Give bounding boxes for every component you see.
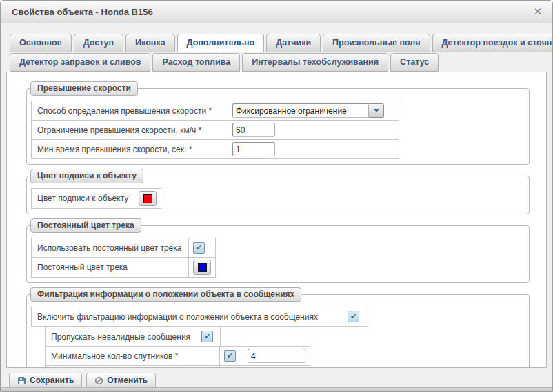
speed-limit-label: Ограничение превышения скорости, км/ч * xyxy=(32,121,228,140)
tab-icon[interactable]: Иконка xyxy=(125,34,174,52)
min-time-label: Мин.время превышения скорости, сек. * xyxy=(32,140,228,159)
speeding-method-value[interactable] xyxy=(232,103,369,118)
table-row: Ограничение превышения скорости, км/ч * xyxy=(32,121,399,140)
tab-sensors[interactable]: Датчики xyxy=(266,34,321,52)
tab-additional[interactable]: Дополнительно xyxy=(177,34,265,52)
skip-invalid-table: Пропускать невалидные сообщения ✔ xyxy=(45,327,221,347)
table-row: Использовать постоянный цвет трека ✔ xyxy=(32,238,216,258)
tab-fuel-detector[interactable]: Детектор заправок и сливов xyxy=(10,53,150,72)
titlebar: Свойства объекта - Honda B156 ✕ xyxy=(1,1,552,23)
tab-content-additional: Превышение скорости Способ определения п… xyxy=(6,72,547,368)
filtering-enable-label: Включить фильтрацию информации о положен… xyxy=(32,307,343,327)
label-color-label: Цвет подписи к объекту xyxy=(32,189,134,209)
use-track-color-label: Использовать постоянный цвет трека xyxy=(32,238,189,258)
label-color-picker-button[interactable] xyxy=(139,191,157,206)
track-color-picker-button[interactable] xyxy=(193,260,211,275)
speeding-section: Превышение скорости Способ определения п… xyxy=(26,88,530,165)
label-color-table: Цвет подписи к объекту xyxy=(31,188,161,209)
tab-row-2: Детектор заправок и сливов Расход топлив… xyxy=(10,53,544,72)
min-satellites-input[interactable] xyxy=(248,349,305,363)
speeding-method-select[interactable] xyxy=(232,103,384,118)
filtering-values-table: Минимальное кол-во спутников * ✔ Максима… xyxy=(45,346,310,368)
chevron-down-icon[interactable] xyxy=(369,103,384,118)
footer-toolbar: Сохранить Отменить xyxy=(1,368,552,389)
filtering-legend: Фильтрация информации о положении объект… xyxy=(30,287,301,302)
tab-access[interactable]: Доступ xyxy=(74,34,123,52)
min-satellites-label: Минимальное кол-во спутников * xyxy=(46,347,220,366)
speed-limit-input[interactable] xyxy=(232,123,275,137)
label-color-legend: Цвет подписи к объекту xyxy=(30,169,143,183)
speeding-table: Способ определения превышения скорости *… xyxy=(31,101,399,159)
speeding-legend: Превышение скорости xyxy=(30,81,138,96)
object-properties-dialog: Свойства объекта - Honda B156 ✕ Основное… xyxy=(0,0,553,392)
save-button[interactable]: Сохранить xyxy=(9,373,82,389)
window-bottom-frame xyxy=(1,387,552,391)
track-color-label: Постоянный цвет трека xyxy=(32,258,189,278)
tab-bar: Основное Доступ Иконка Дополнительно Дат… xyxy=(1,23,552,72)
min-satellites-checkbox[interactable]: ✔ xyxy=(224,350,236,362)
tab-custom-fields[interactable]: Произвольные поля xyxy=(323,34,430,52)
cancel-icon xyxy=(94,376,103,385)
table-row: Минимальное кол-во спутников * ✔ xyxy=(46,347,310,366)
tab-trip-detector[interactable]: Детектор поездок и стоянок xyxy=(432,34,553,52)
cancel-button[interactable]: Отменить xyxy=(86,373,156,389)
table-row: Способ определения превышения скорости * xyxy=(32,101,399,121)
speeding-method-label: Способ определения превышения скорости * xyxy=(32,101,228,121)
filtering-section: Фильтрация информации о положении объект… xyxy=(26,294,530,368)
track-color-table: Использовать постоянный цвет трека ✔ Пос… xyxy=(31,238,216,278)
tab-service-intervals[interactable]: Интервалы техобслуживания xyxy=(242,53,388,72)
label-color-swatch xyxy=(143,194,152,203)
label-color-section: Цвет подписи к объекту Цвет подписи к об… xyxy=(26,176,530,214)
table-row: Включить фильтрацию информации о положен… xyxy=(32,307,368,327)
cancel-button-label: Отменить xyxy=(107,375,148,385)
tab-main[interactable]: Основное xyxy=(10,34,72,52)
filtering-enable-checkbox[interactable]: ✔ xyxy=(348,311,359,322)
table-row: Пропускать невалидные сообщения ✔ xyxy=(46,327,221,347)
save-button-label: Сохранить xyxy=(30,375,74,385)
table-row: Цвет подписи к объекту xyxy=(32,189,161,209)
tab-fuel-consumption[interactable]: Расход топлива xyxy=(152,53,240,72)
skip-invalid-label: Пропускать невалидные сообщения xyxy=(46,327,197,347)
close-icon[interactable]: ✕ xyxy=(532,6,544,18)
track-color-legend: Постоянный цвет трека xyxy=(30,218,141,233)
tab-status[interactable]: Статус xyxy=(390,53,439,72)
save-disk-icon xyxy=(17,376,26,385)
track-color-section: Постоянный цвет трека Использовать посто… xyxy=(26,225,530,283)
tab-row-1: Основное Доступ Иконка Дополнительно Дат… xyxy=(10,34,544,52)
filtering-enable-table: Включить фильтрацию информации о положен… xyxy=(31,307,368,327)
table-row: Постоянный цвет трека xyxy=(32,258,216,278)
use-track-color-checkbox[interactable]: ✔ xyxy=(193,242,205,254)
skip-invalid-checkbox[interactable]: ✔ xyxy=(201,331,213,342)
table-row: Мин.время превышения скорости, сек. * xyxy=(32,140,399,159)
min-time-input[interactable] xyxy=(232,142,275,156)
track-color-swatch xyxy=(198,263,207,272)
page-title: Свойства объекта - Honda B156 xyxy=(12,7,532,17)
